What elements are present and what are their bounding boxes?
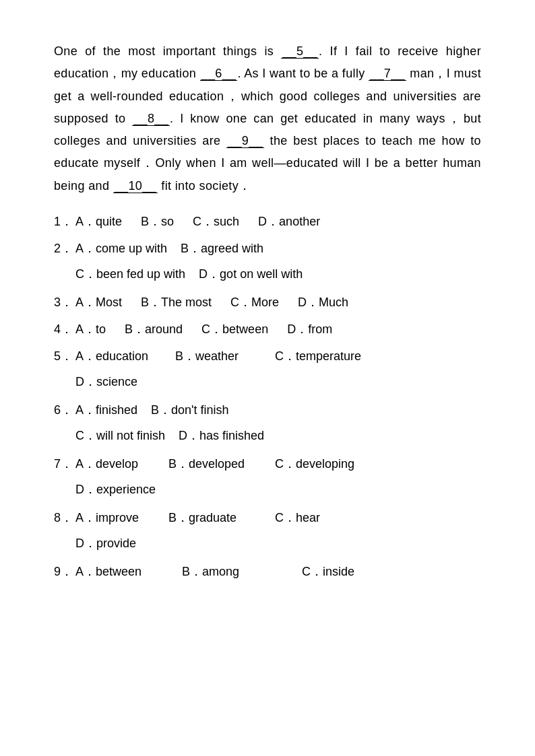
q4-option-d[interactable]: D．from [287, 317, 332, 341]
q7-option-b[interactable]: B．developed [168, 452, 256, 476]
q8-option-d[interactable]: D．provide [75, 531, 136, 555]
q1-option-b[interactable]: B．so [141, 209, 174, 234]
question-5-row1: 5． A．education B．weather C．temperature [54, 344, 481, 368]
q7-number: 7． [54, 452, 75, 476]
q4-option-a[interactable]: A．to [75, 317, 106, 341]
q1-number: 1． [54, 209, 75, 234]
q3-option-a[interactable]: A．Most [75, 290, 122, 314]
q9-option-c[interactable]: C．inside [302, 559, 354, 584]
question-6-row1: 6． A．finished B．don't finish [54, 398, 481, 422]
q2-option-a[interactable]: A．come up with [75, 236, 167, 261]
blank-6: __6__ [200, 67, 238, 81]
q8-number: 8． [54, 506, 75, 530]
question-9: 9． A．between B．among C．inside [54, 559, 481, 584]
q7-option-d[interactable]: D．experience [75, 477, 156, 502]
question-3: 3． A．Most B．The most C．More D．Much [54, 290, 481, 314]
q7-option-c[interactable]: C．developing [275, 452, 354, 476]
question-8-row1: 8． A．improve B．graduate C．hear [54, 506, 481, 530]
question-8-row2: D．provide [54, 531, 481, 555]
q4-number: 4． [54, 317, 75, 341]
q9-number: 9． [54, 559, 75, 584]
q2-option-b[interactable]: B．agreed with [181, 236, 263, 261]
q9-option-b[interactable]: B．among [182, 559, 283, 584]
question-6: 6． A．finished B．don't finish C．will not … [54, 398, 481, 448]
q5-option-a[interactable]: A．education [75, 344, 156, 368]
q3-option-d[interactable]: D．Much [298, 290, 348, 314]
passage-content: One of the most important things is __5_… [54, 44, 481, 193]
q6-option-a[interactable]: A．finished [75, 398, 137, 422]
q9-option-a[interactable]: A．between [75, 559, 163, 584]
q6-option-b[interactable]: B．don't finish [151, 398, 229, 422]
q2-option-c[interactable]: C．been fed up with [75, 262, 185, 286]
q3-number: 3． [54, 290, 75, 314]
question-4-row: 4． A．to B．around C．between D．from [54, 317, 481, 341]
q6-option-c[interactable]: C．will not finish [75, 423, 165, 448]
q1-option-a[interactable]: A．quite [75, 209, 122, 234]
question-4: 4． A．to B．around C．between D．from [54, 317, 481, 341]
q5-option-d[interactable]: D．science [75, 370, 137, 394]
q1-option-d[interactable]: D．another [258, 209, 320, 234]
q6-number: 6． [54, 398, 75, 422]
blank-10: __10__ [113, 179, 158, 193]
q8-option-a[interactable]: A．improve [75, 506, 150, 530]
question-2: 2． A．come up with B．agreed with C．been f… [54, 236, 481, 286]
question-5: 5． A．education B．weather C．temperature D… [54, 344, 481, 394]
blank-7: __7__ [369, 67, 406, 81]
question-9-row1: 9． A．between B．among C．inside [54, 559, 481, 584]
q3-option-c[interactable]: C．More [230, 290, 279, 314]
question-7-row1: 7． A．develop B．developed C．developing [54, 452, 481, 476]
q5-option-b[interactable]: B．weather [175, 344, 256, 368]
questions-section: 1． A．quite B．so C．such D．another 2． A．co… [54, 209, 481, 584]
q7-option-a[interactable]: A．develop [75, 452, 150, 476]
question-2-row1: 2． A．come up with B．agreed with [54, 236, 481, 261]
question-7: 7． A．develop B．developed C．developing D．… [54, 452, 481, 502]
q6-option-d[interactable]: D．has finished [179, 423, 264, 448]
q5-option-c[interactable]: C．temperature [275, 344, 361, 368]
question-3-row: 3． A．Most B．The most C．More D．Much [54, 290, 481, 314]
question-1-row: 1． A．quite B．so C．such D．another [54, 209, 481, 234]
question-5-row2: D．science [54, 370, 481, 394]
q4-option-b[interactable]: B．around [125, 317, 183, 341]
q4-option-c[interactable]: C．between [201, 317, 268, 341]
question-2-row2: C．been fed up with D．got on well with [54, 262, 481, 286]
q2-number: 2． [54, 236, 75, 261]
blank-8: __8__ [132, 112, 170, 126]
q1-option-c[interactable]: C．such [193, 209, 239, 234]
question-6-row2: C．will not finish D．has finished [54, 423, 481, 448]
question-1: 1． A．quite B．so C．such D．another [54, 209, 481, 234]
q8-option-b[interactable]: B．graduate [168, 506, 256, 530]
question-7-row2: D．experience [54, 477, 481, 502]
q2-option-d[interactable]: D．got on well with [199, 262, 303, 286]
blank-5: __5__ [281, 44, 319, 59]
q3-option-b[interactable]: B．The most [141, 290, 212, 314]
question-8: 8． A．improve B．graduate C．hear D．provide [54, 506, 481, 555]
q5-number: 5． [54, 344, 75, 368]
blank-9: __9__ [226, 134, 264, 148]
passage-text: One of the most important things is __5_… [54, 40, 481, 197]
q8-option-c[interactable]: C．hear [275, 506, 320, 530]
